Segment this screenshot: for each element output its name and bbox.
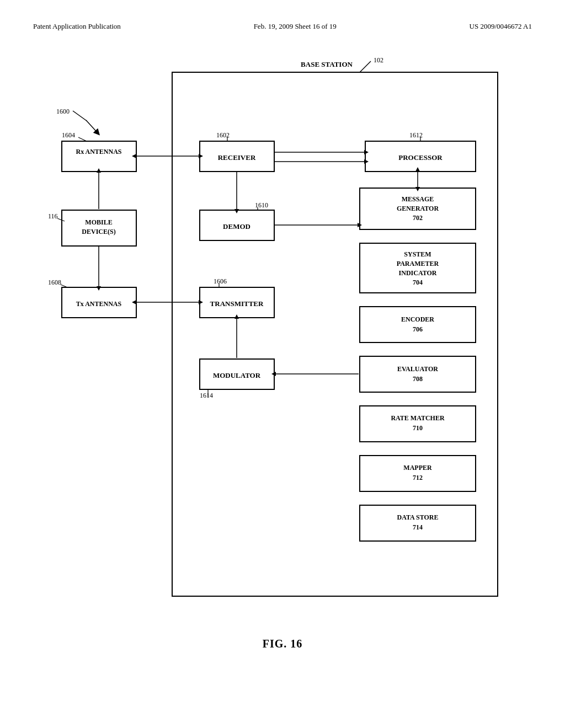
svg-text:EVALUATOR: EVALUATOR (397, 365, 438, 373)
svg-text:BASE STATION: BASE STATION (301, 60, 353, 68)
header-center: Feb. 19, 2009 Sheet 16 of 19 (254, 22, 337, 31)
header-left: Patent Application Publication (33, 22, 121, 31)
svg-line-12 (78, 137, 87, 141)
svg-rect-9 (62, 141, 136, 172)
svg-text:INDICATOR: INDICATOR (399, 269, 437, 277)
svg-text:MOBILE: MOBILE (85, 218, 112, 226)
svg-text:RECEIVER: RECEIVER (218, 153, 256, 162)
svg-text:MESSAGE: MESSAGE (402, 195, 434, 203)
svg-text:708: 708 (413, 375, 423, 383)
header-right: US 2009/0046672 A1 (470, 22, 532, 31)
page: Patent Application Publication Feb. 19, … (0, 0, 565, 728)
svg-text:RATE MATCHER: RATE MATCHER (391, 414, 445, 422)
diagram-svg: BASE STATION 102 1600 Rx ANTENNAS (45, 47, 520, 627)
svg-text:Rx ANTENNAS: Rx ANTENNAS (76, 148, 121, 156)
svg-text:706: 706 (413, 325, 423, 333)
svg-line-2 (360, 61, 371, 72)
page-header: Patent Application Publication Feb. 19, … (33, 22, 532, 31)
svg-text:TRANSMITTER: TRANSMITTER (210, 299, 264, 308)
svg-text:PROCESSOR: PROCESSOR (398, 153, 443, 162)
svg-text:PARAMETER: PARAMETER (397, 260, 439, 267)
figure-label: FIG. 16 (33, 638, 532, 650)
svg-text:DEVICE(S): DEVICE(S) (82, 228, 115, 235)
svg-text:702: 702 (413, 214, 423, 222)
svg-text:1600: 1600 (56, 108, 70, 115)
diagram-area: BASE STATION 102 1600 Rx ANTENNAS (45, 47, 520, 627)
svg-line-5 (73, 111, 87, 121)
svg-text:714: 714 (413, 523, 423, 531)
svg-text:Tx ANTENNAS: Tx ANTENNAS (76, 300, 122, 308)
svg-text:102: 102 (374, 56, 383, 64)
svg-text:MODULATOR: MODULATOR (213, 371, 261, 379)
svg-text:1606: 1606 (214, 277, 227, 285)
svg-text:1610: 1610 (255, 201, 268, 209)
svg-text:1608: 1608 (48, 279, 61, 286)
svg-rect-51 (360, 307, 476, 342)
svg-text:712: 712 (413, 474, 423, 481)
svg-text:DEMOD: DEMOD (223, 222, 250, 231)
svg-rect-54 (360, 356, 476, 392)
svg-text:ENCODER: ENCODER (401, 315, 434, 323)
svg-text:GENERATOR: GENERATOR (397, 205, 439, 212)
svg-text:116: 116 (48, 212, 58, 220)
svg-text:DATA STORE: DATA STORE (397, 513, 438, 521)
svg-text:1614: 1614 (200, 392, 213, 399)
svg-line-6 (86, 120, 98, 133)
svg-text:704: 704 (413, 279, 423, 286)
svg-text:MAPPER: MAPPER (403, 464, 432, 472)
svg-text:710: 710 (413, 424, 423, 432)
svg-text:1604: 1604 (62, 131, 75, 139)
svg-text:SYSTEM: SYSTEM (404, 250, 431, 258)
